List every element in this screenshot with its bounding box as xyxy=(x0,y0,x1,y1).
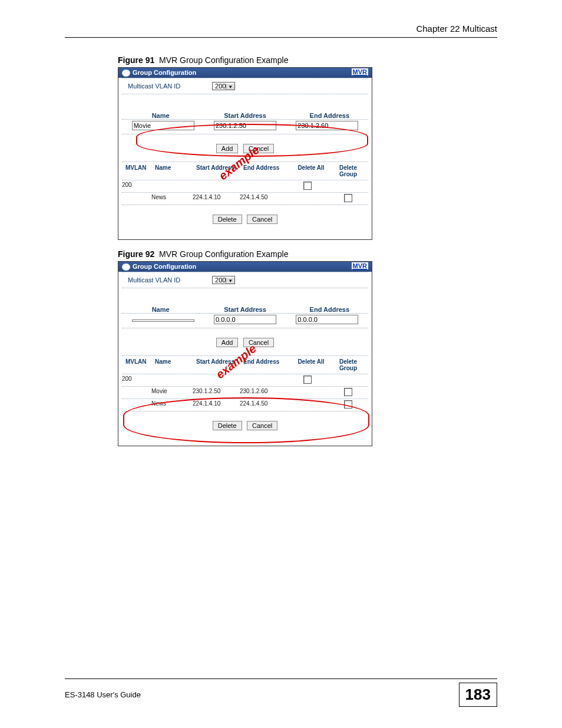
figure-92-caption: Figure 92 MVR Group Configuration Exampl… xyxy=(118,249,497,259)
vlan-row: Multicast VLAN ID 200▾ xyxy=(122,272,368,288)
start-address-input[interactable]: 230.1.2.50 xyxy=(214,121,276,130)
table-row: News 224.1.4.10 224.1.4.50 xyxy=(118,193,372,205)
cell-delete-all xyxy=(287,194,328,203)
cell-mvlan: 200 xyxy=(122,182,151,191)
cell-mvlan xyxy=(122,400,151,410)
th-end: End Address xyxy=(243,358,290,371)
th-name: Name xyxy=(155,358,196,371)
panel-title-bar: Group Configuration MVR xyxy=(118,68,372,78)
cancel-button-2[interactable]: Cancel xyxy=(247,421,277,430)
panel-title-text: Group Configuration xyxy=(133,69,196,76)
col-name: Name xyxy=(118,306,203,313)
cell-name: News xyxy=(151,194,193,203)
vlan-select-value: 200 xyxy=(215,276,226,284)
vlan-select-value: 200 xyxy=(215,83,226,90)
delete-cancel-row: Delete Cancel xyxy=(118,205,372,232)
delete-group-checkbox[interactable] xyxy=(344,194,352,202)
cell-delete-group xyxy=(328,388,368,397)
table-header: MVLAN Name Start Address End Address Del… xyxy=(122,355,368,374)
add-cancel-row: Add Cancel xyxy=(118,328,372,355)
delete-group-checkbox[interactable] xyxy=(344,388,352,396)
input-row: Movie 230.1.2.50 230.1.2.60 xyxy=(122,119,368,134)
delete-all-checkbox[interactable] xyxy=(303,375,312,384)
figure-91-title: MVR Group Configuration Example xyxy=(159,55,288,65)
title-pill-icon xyxy=(122,263,130,271)
mvr-link[interactable]: MVR xyxy=(352,262,368,269)
figure-91-label: Figure 91 xyxy=(118,55,154,65)
cell-start: 224.1.4.10 xyxy=(193,400,240,410)
cell-end: 224.1.4.50 xyxy=(240,400,287,410)
vlan-label: Multicast VLAN ID xyxy=(128,83,210,90)
cell-end xyxy=(240,182,287,191)
col-name: Name xyxy=(118,112,203,119)
cell-delete-all xyxy=(287,400,328,410)
panel-title-bar: Group Configuration MVR xyxy=(118,262,372,272)
col-end: End Address xyxy=(287,112,372,119)
th-start: Start Address xyxy=(196,358,243,371)
panel-figure-92: Group Configuration MVR Multicast VLAN I… xyxy=(118,261,372,446)
th-name: Name xyxy=(155,164,196,177)
th-start: Start Address xyxy=(196,164,243,177)
add-button[interactable]: Add xyxy=(216,338,239,347)
chapter-header: Chapter 22 Multicast xyxy=(65,24,497,38)
end-address-input[interactable]: 0.0.0.0 xyxy=(296,315,358,324)
input-header-row: Name Start Address End Address xyxy=(118,108,372,119)
cell-start: 230.1.2.50 xyxy=(193,388,240,397)
cell-delete-all xyxy=(287,182,328,191)
vlan-select[interactable]: 200▾ xyxy=(212,276,235,284)
cancel-button[interactable]: Cancel xyxy=(243,338,274,347)
cell-mvlan xyxy=(122,388,151,397)
cell-name xyxy=(151,182,193,191)
th-delete-group: Delete Group xyxy=(332,164,365,177)
cell-start: 224.1.4.10 xyxy=(193,194,240,203)
delete-all-checkbox[interactable] xyxy=(303,182,312,190)
vlan-select[interactable]: 200▾ xyxy=(212,82,235,90)
cell-name: News xyxy=(151,400,193,410)
cell-end: 224.1.4.50 xyxy=(240,194,287,203)
name-input[interactable]: Movie xyxy=(132,121,194,130)
th-mvlan: MVLAN xyxy=(125,358,155,371)
cell-end: 230.1.2.60 xyxy=(240,388,287,397)
cell-name: Movie xyxy=(151,388,193,397)
cell-mvlan: 200 xyxy=(122,375,151,385)
table-row: News 224.1.4.10 224.1.4.50 xyxy=(118,399,372,411)
footer-guide: ES-3148 User's Guide xyxy=(65,690,141,699)
th-delete-group: Delete Group xyxy=(332,358,365,371)
cell-mvlan xyxy=(122,194,151,203)
th-delete-all: Delete All xyxy=(290,358,332,371)
cancel-button-2[interactable]: Cancel xyxy=(247,215,277,224)
cell-delete-group xyxy=(328,375,368,385)
th-mvlan: MVLAN xyxy=(125,164,155,177)
figure-92-label: Figure 92 xyxy=(118,249,154,259)
panel-title-text: Group Configuration xyxy=(133,263,196,270)
page-number: 183 xyxy=(459,683,497,707)
th-end: End Address xyxy=(243,164,290,177)
cell-delete-group xyxy=(328,182,368,191)
input-row: 0.0.0.0 0.0.0.0 xyxy=(122,313,368,328)
delete-button[interactable]: Delete xyxy=(213,421,242,430)
figure-91-caption: Figure 91 MVR Group Configuration Exampl… xyxy=(118,55,497,65)
cell-start xyxy=(193,182,240,191)
col-start: Start Address xyxy=(203,306,287,313)
cell-delete-group xyxy=(328,400,368,410)
add-cancel-row: Add Cancel xyxy=(118,134,372,162)
panel-figure-91: Group Configuration MVR Multicast VLAN I… xyxy=(118,67,372,240)
figure-92-title: MVR Group Configuration Example xyxy=(159,249,288,259)
delete-button[interactable]: Delete xyxy=(213,215,242,224)
cell-delete-all xyxy=(287,375,328,385)
vlan-row: Multicast VLAN ID 200▾ xyxy=(122,78,368,94)
start-address-input[interactable]: 0.0.0.0 xyxy=(214,315,276,324)
add-button[interactable]: Add xyxy=(216,144,239,153)
cell-delete-group xyxy=(328,194,368,203)
chevron-down-icon: ▾ xyxy=(226,84,234,90)
end-address-input[interactable]: 230.1.2.60 xyxy=(296,121,358,130)
mvr-link[interactable]: MVR xyxy=(352,68,368,75)
th-delete-all: Delete All xyxy=(290,164,332,177)
name-input[interactable] xyxy=(132,319,194,322)
cell-end xyxy=(240,375,287,385)
input-header-row: Name Start Address End Address xyxy=(118,302,372,313)
table-row: 200 xyxy=(118,180,372,192)
cell-start xyxy=(193,375,240,385)
delete-group-checkbox[interactable] xyxy=(344,400,352,409)
cancel-button[interactable]: Cancel xyxy=(243,144,274,153)
